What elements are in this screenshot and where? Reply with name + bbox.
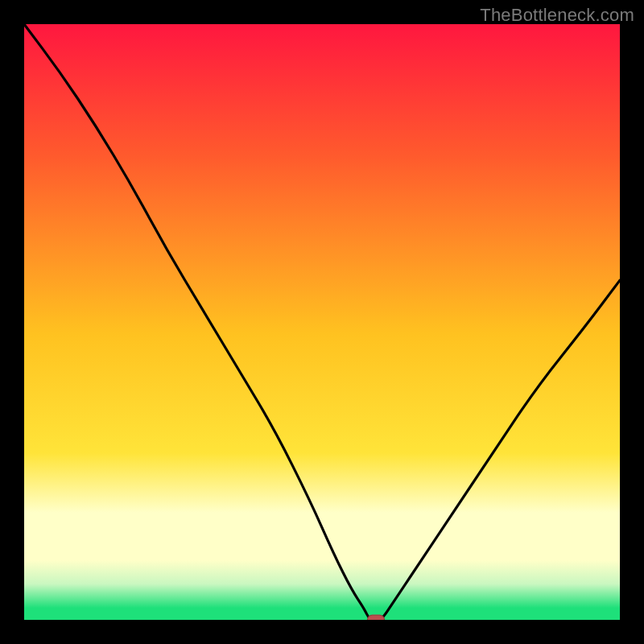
optimal-point-marker [367, 615, 385, 621]
chart-frame: TheBottleneck.com [0, 0, 644, 644]
bottleneck-curve [24, 24, 620, 620]
watermark-text: TheBottleneck.com [480, 5, 634, 26]
plot-area [24, 24, 620, 620]
